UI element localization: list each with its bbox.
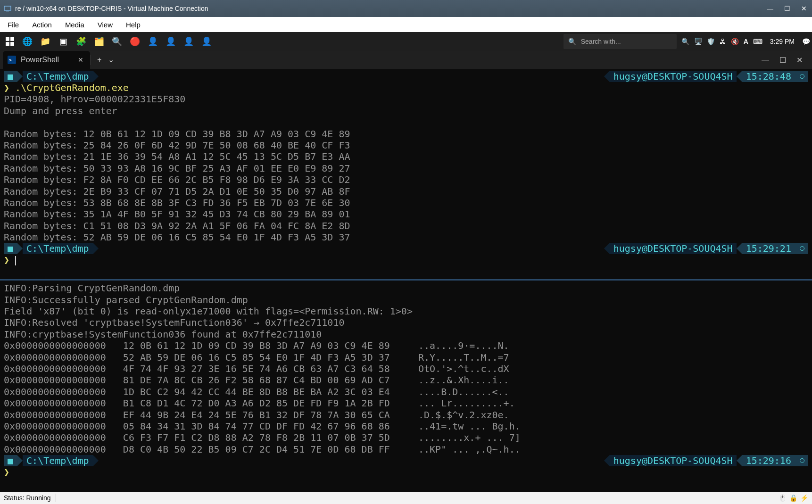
info-line: INFO:cryptbase!SystemFunction036 found a…	[4, 329, 808, 340]
tray-keyboard-icon[interactable]: ⌨	[753, 38, 762, 45]
prompt-line[interactable]: ❯	[4, 466, 808, 478]
status-icon-1: 🖱️	[779, 494, 787, 502]
random-bytes-line: Random bytes: 12 0B 61 12 1D 09 CD 39 B8…	[4, 128, 808, 140]
random-bytes-line: Random bytes: 53 8B 68 8E 8B 3F C3 FD 36…	[4, 197, 808, 208]
random-bytes-line: Random bytes: F2 8A F0 CD EE 66 2C B5 F8…	[4, 174, 808, 185]
start-button[interactable]	[2, 33, 18, 50]
vm-statusbar: Status: Running 🖱️ 🔒 ⚡	[0, 492, 812, 504]
hexdump-line: 0x0000000000000000 D8 C0 4B 50 22 B5 09 …	[4, 444, 808, 455]
svg-rect-0	[4, 6, 11, 10]
prompt-time: 15:29:16	[742, 455, 808, 466]
hexdump-line: 0x0000000000000000 EF 44 9B 24 E4 24 5E …	[4, 409, 808, 421]
status-icon-3: ⚡	[800, 494, 808, 502]
blank-line	[4, 266, 808, 277]
hexdump-line: 0x0000000000000000 4F 74 4F 93 27 3E 16 …	[4, 363, 808, 374]
prompt-path: C:\Temp\dmp	[23, 455, 92, 466]
prompt-bar: ■ C:\Temp\dmp hugsy@DESKTOP-SOUQ4SH 15:2…	[4, 243, 808, 254]
tray-shield-icon[interactable]: 🛡️	[707, 38, 715, 45]
hexdump-line: 0x0000000000000000 1D BC C2 94 42 CC 44 …	[4, 386, 808, 397]
status-icon-2: 🔒	[789, 494, 797, 502]
menu-media[interactable]: Media	[60, 19, 89, 31]
app-icon-7[interactable]: 👤	[200, 35, 213, 48]
prompt-time: 15:28:48	[742, 71, 808, 82]
terminal-close-button[interactable]: ✕	[796, 56, 803, 65]
random-bytes-line: Random bytes: 50 33 93 A8 16 9C BF 25 A3…	[4, 163, 808, 174]
svg-rect-3	[10, 37, 14, 41]
pane-divider[interactable]	[0, 279, 812, 281]
app-icon-5[interactable]: 👤	[164, 35, 177, 48]
menu-file[interactable]: File	[3, 19, 24, 31]
app-icon-3[interactable]: 🔴	[128, 35, 141, 48]
terminal-body[interactable]: ■ C:\Temp\dmp hugsy@DESKTOP-SOUQ4SH 15:2…	[0, 69, 812, 492]
svg-rect-4	[6, 42, 9, 46]
terminal-maximize-button[interactable]: ☐	[779, 56, 786, 65]
app-icon-4[interactable]: 👤	[146, 35, 159, 48]
prompt-seg-icon: ■	[4, 455, 17, 466]
hexdump-line: 0x0000000000000000 C6 F3 F7 F1 C2 D8 88 …	[4, 432, 808, 443]
terminal-tab-strip: >_ PowerShell ✕ + ⌄ — ☐ ✕	[0, 51, 812, 69]
prompt-time: 15:29:21	[742, 243, 808, 254]
blank-line	[4, 116, 808, 128]
terminal-minimize-button[interactable]: —	[762, 56, 769, 65]
svg-rect-1	[6, 11, 9, 11]
vm-maximize-button[interactable]: ☐	[783, 5, 791, 12]
svg-rect-2	[6, 37, 9, 41]
menu-help[interactable]: Help	[121, 19, 145, 31]
tab-close-button[interactable]: ✕	[78, 56, 83, 64]
random-bytes-line: Random bytes: 52 AB 59 DE 06 16 C5 85 54…	[4, 231, 808, 243]
vm-title: re / win10-x64 on DESKTOP-CHRIS - Virtua…	[15, 5, 766, 12]
clock-icon	[800, 246, 804, 251]
app-icon-2[interactable]: 🗂️	[92, 35, 106, 48]
system-tray: 🔍 🖥️ 🛡️ 🖧 🔇 A ⌨ 3:29 PM 💬	[681, 38, 810, 45]
hexdump-line: 0x0000000000000000 12 0B 61 12 1D 09 CD …	[4, 340, 808, 351]
prompt-user: hugsy@DESKTOP-SOUQ4SH	[610, 455, 737, 466]
tray-text-icon[interactable]: A	[744, 38, 748, 45]
hexdump-line: 0x0000000000000000 05 84 34 31 3D 84 74 …	[4, 421, 808, 432]
powershell-icon: >_	[8, 56, 16, 64]
app-icon-6[interactable]: 👤	[182, 35, 195, 48]
random-bytes-line: Random bytes: 2E B9 33 CF 07 71 D5 2A D1…	[4, 186, 808, 197]
tray-clock[interactable]: 3:29 PM	[770, 38, 795, 45]
tray-sound-icon[interactable]: 🔇	[731, 38, 739, 45]
prompt-user: hugsy@DESKTOP-SOUQ4SH	[610, 243, 737, 254]
search-icon: 🔍	[568, 38, 576, 45]
windows-taskbar: 🌐 📁 ▣ 🧩 🗂️ 🔍 🔴 👤 👤 👤 👤 🔍 Search with... …	[0, 32, 812, 51]
explorer-icon[interactable]: 📁	[39, 35, 52, 48]
command-line: ❯ .\CryptGenRandom.exe	[4, 82, 808, 93]
menu-action[interactable]: Action	[27, 19, 57, 31]
search-placeholder: Search with...	[581, 38, 621, 45]
prompt-bar: ■ C:\Temp\dmp hugsy@DESKTOP-SOUQ4SH 15:2…	[4, 455, 808, 466]
vm-minimize-button[interactable]: —	[766, 5, 774, 12]
taskbar-search[interactable]: 🔍 Search with...	[563, 34, 677, 49]
tray-search-icon[interactable]: 🔍	[681, 38, 689, 45]
prompt-path: C:\Temp\dmp	[23, 71, 92, 82]
tray-network-icon[interactable]: 🖧	[720, 38, 726, 45]
edge-icon[interactable]: 🌐	[21, 35, 34, 48]
info-line: INFO:Parsing CryptGenRandom.dmp	[4, 282, 808, 294]
tab-powershell-label: PowerShell	[21, 56, 59, 64]
tab-dropdown-button[interactable]: ⌄	[108, 55, 114, 64]
search-taskbar-icon[interactable]: 🔍	[110, 35, 124, 48]
prompt-bar: ■ C:\Temp\dmp hugsy@DESKTOP-SOUQ4SH 15:2…	[4, 71, 808, 82]
prompt-path: C:\Temp\dmp	[23, 243, 92, 254]
prompt-seg-icon: ■	[4, 71, 17, 82]
tray-monitor-icon[interactable]: 🖥️	[694, 38, 702, 45]
prompt-seg-icon: ■	[4, 243, 17, 254]
random-bytes-line: Random bytes: 25 84 26 0F 6D 42 9D 7E 50…	[4, 140, 808, 151]
tab-powershell[interactable]: >_ PowerShell ✕	[3, 51, 90, 69]
vm-icon	[4, 5, 11, 12]
app-icon-1[interactable]: 🧩	[75, 35, 88, 48]
taskbar-pinned: 🌐 📁 ▣ 🧩 🗂️ 🔍 🔴 👤 👤 👤 👤	[21, 35, 213, 48]
hexdump-line: 0x0000000000000000 52 AB 59 DE 06 16 C5 …	[4, 352, 808, 363]
info-line: INFO:Resolved 'cryptbase!SystemFunction0…	[4, 317, 808, 328]
vm-close-button[interactable]: ✕	[800, 5, 808, 12]
terminal-icon[interactable]: ▣	[57, 35, 70, 48]
info-line: INFO:Successfully parsed CryptGenRandom.…	[4, 294, 808, 306]
vm-status-text: Status: Running	[4, 494, 51, 502]
tray-notifications-icon[interactable]: 💬	[802, 38, 810, 45]
menu-view[interactable]: View	[93, 19, 117, 31]
clock-icon	[800, 74, 804, 79]
new-tab-button[interactable]: +	[97, 56, 101, 64]
prompt-line[interactable]: ❯	[4, 254, 808, 265]
random-bytes-line: Random bytes: C1 51 08 D3 9A 92 2A A1 5F…	[4, 220, 808, 231]
